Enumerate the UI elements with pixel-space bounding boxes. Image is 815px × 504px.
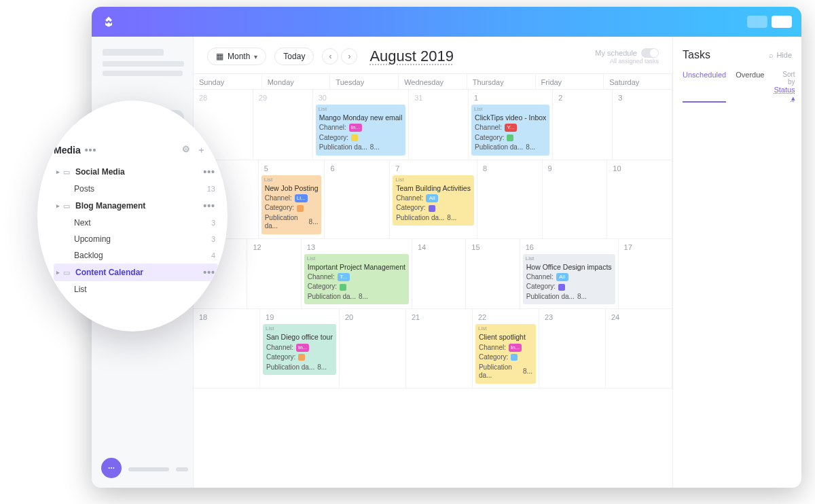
calendar-day[interactable]: 7ListTeam Building ActivitiesChannel:All… [390, 160, 477, 239]
day-number: 31 [414, 94, 463, 102]
calendar-day[interactable]: 21 [406, 309, 473, 388]
calendar-event[interactable]: ListMango Monday new emailChannel:In...C… [316, 105, 406, 156]
calendar-day[interactable]: 1ListClickTips video - InboxChannel:Y...… [469, 90, 553, 160]
day-number: 3 [618, 94, 666, 102]
event-field-label: Category: [308, 283, 337, 291]
sidebar-item-count: 4 [211, 251, 215, 259]
sidebar-item[interactable]: Backlog4 [54, 247, 218, 264]
calendar-day[interactable]: 24 [606, 309, 672, 388]
event-field-label: Channel: [479, 344, 506, 353]
sort-by-value[interactable]: Status ▴ [774, 86, 795, 103]
day-number: 7 [395, 164, 471, 173]
calendar-event[interactable]: ListNew Job PostingChannel:Li...Category… [261, 175, 322, 234]
sidebar-item[interactable]: Posts13 [54, 181, 218, 197]
more-icon[interactable]: ••• [203, 200, 215, 211]
sort-by-label: Sort by [774, 71, 795, 86]
more-icon[interactable]: ••• [203, 267, 215, 278]
calendar-day[interactable]: 16ListHow Office Design impactsChannel:A… [520, 239, 619, 310]
calendar-event[interactable]: ListImportant Project ManagementChannel:… [304, 254, 409, 305]
prev-button[interactable]: ‹ [322, 48, 338, 65]
my-schedule-toggle[interactable]: My schedule All assigned tasks [595, 48, 659, 65]
event-field-value: 8... [577, 293, 587, 302]
tab-overdue[interactable]: Overdue [736, 71, 764, 103]
hide-tasks-button[interactable]: ⌕ Hide [769, 51, 792, 59]
calendar-day[interactable]: 23 [539, 309, 606, 388]
calendar-day[interactable]: 29 [253, 90, 313, 160]
chat-button[interactable] [101, 458, 122, 478]
sidebar-item-label: Social Media [75, 167, 125, 177]
calendar-event[interactable]: ListClickTips video - InboxChannel:Y...C… [471, 105, 549, 156]
calendar-day[interactable]: 8 [477, 160, 543, 239]
tasks-panel: Tasks ⌕ Hide Unscheduled Overdue Sort by… [672, 37, 801, 488]
day-number: 28 [199, 94, 247, 102]
event-chip: T... [338, 273, 350, 281]
tab-unscheduled[interactable]: Unscheduled [683, 71, 726, 103]
event-color-square [298, 354, 305, 361]
calendar-day[interactable]: 17 [619, 239, 672, 310]
calendar-day[interactable]: 22ListClient spotlightChannel:In...Categ… [473, 309, 539, 388]
sidebar-item[interactable]: List8 [54, 281, 218, 298]
calendar-day[interactable]: 13ListImportant Project ManagementChanne… [302, 239, 412, 310]
event-field-value: 8... [370, 143, 380, 152]
sidebar-item[interactable]: Upcoming3 [54, 231, 218, 247]
space-title[interactable]: Media [54, 145, 81, 156]
calendar-day[interactable]: 3 [613, 90, 672, 160]
view-switcher[interactable]: ▦ Month ▾ [207, 48, 266, 65]
more-icon[interactable]: ••• [203, 166, 215, 177]
calendar-event[interactable]: ListSan Diego office tourChannel:In...Ca… [263, 324, 336, 375]
calendar-day[interactable]: 18 [194, 309, 260, 388]
calendar-day[interactable]: 20 [340, 309, 406, 388]
calendar-day[interactable]: 2 [553, 90, 613, 160]
event-field-label: Channel: [265, 194, 292, 203]
month-title[interactable]: August 2019 [369, 48, 454, 65]
event-title: San Diego office tour [266, 333, 333, 342]
sidebar-folder[interactable]: ▸▭Social Media••• [54, 163, 218, 181]
chevron-right-icon: ▸ [56, 202, 63, 209]
event-field-label: Publication da... [308, 293, 356, 302]
next-button[interactable]: › [341, 48, 357, 65]
calendar-day[interactable]: 10 [607, 160, 672, 239]
calendar-day[interactable]: 12 [247, 239, 301, 310]
calendar-event[interactable]: ListClient spotlightChannel:In...Categor… [475, 324, 536, 383]
event-field: Channel:T... [308, 273, 405, 282]
event-field: Category: [266, 353, 333, 362]
calendar-event[interactable]: ListHow Office Design impactsChannel:All… [523, 254, 615, 305]
event-title: Client spotlight [479, 333, 532, 342]
dow-header: Tuesday [330, 74, 399, 90]
event-field: Channel:In... [266, 344, 333, 353]
calendar-day[interactable]: 5ListNew Job PostingChannel:Li...Categor… [259, 160, 325, 239]
plus-icon[interactable]: ＋ [197, 144, 206, 156]
event-field: Category: [479, 353, 532, 362]
calendar-day[interactable]: 9 [543, 160, 608, 239]
sidebar-folder[interactable]: ▸▭Content Calendar••• [54, 264, 218, 281]
calendar-grid: SundayMondayTuesdayWednesdayThursdayFrid… [194, 73, 672, 488]
today-button[interactable]: Today [274, 48, 314, 65]
day-number: 23 [545, 313, 600, 321]
day-number: 20 [345, 313, 400, 321]
chat-placeholder [128, 467, 188, 471]
event-field: Category: [526, 283, 612, 291]
gear-icon[interactable]: ⚙ [182, 144, 190, 156]
day-number: 6 [330, 164, 384, 173]
event-field-label: Category: [475, 134, 504, 143]
calendar-day[interactable]: 14 [412, 239, 466, 310]
day-number: 13 [307, 243, 406, 251]
event-field-label: Category: [526, 283, 556, 291]
more-icon[interactable]: ••• [85, 145, 97, 156]
calendar-day[interactable]: 30ListMango Monday new emailChannel:In..… [313, 90, 410, 160]
calendar-day[interactable]: 19ListSan Diego office tourChannel:In...… [260, 309, 340, 388]
event-field: Publication da...8... [265, 214, 319, 231]
sidebar-item-count: 3 [211, 219, 215, 227]
sidebar-item[interactable]: Next3 [54, 215, 218, 231]
calendar-day[interactable]: 6 [325, 160, 390, 239]
calendar-day[interactable]: 15 [466, 239, 520, 310]
event-tag: List [307, 255, 315, 262]
today-label: Today [283, 52, 305, 61]
sidebar-folder[interactable]: ▸▭Blog Management••• [54, 197, 218, 215]
calendar-event[interactable]: ListTeam Building ActivitiesChannel:AllC… [393, 175, 474, 226]
day-number: 19 [266, 313, 333, 321]
titlebar [92, 7, 801, 37]
calendar-day[interactable]: 31 [409, 90, 469, 160]
event-field-label: Publication da... [396, 214, 444, 223]
day-number: 10 [613, 164, 666, 173]
